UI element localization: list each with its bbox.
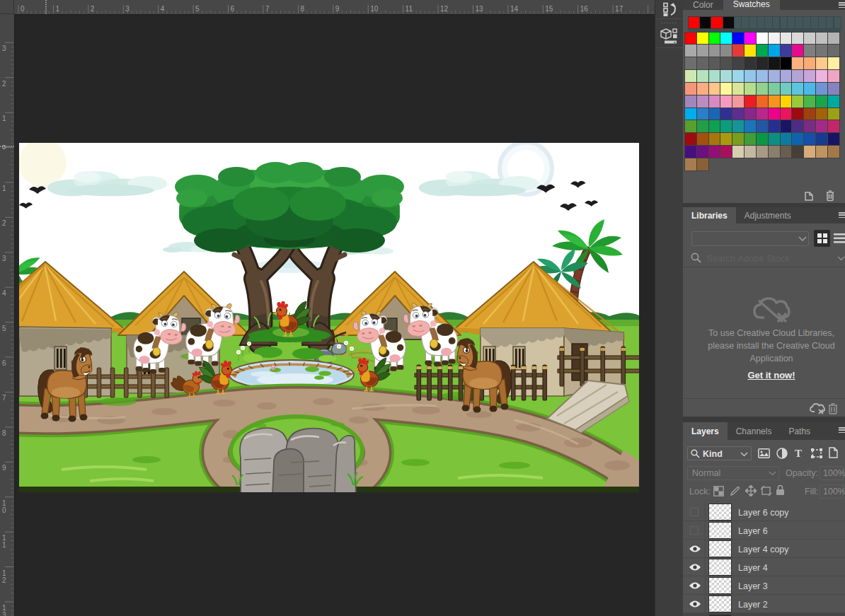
svg-text:7: 7 — [2, 394, 6, 402]
svg-text:2: 2 — [2, 219, 6, 227]
svg-text:0: 0 — [21, 5, 25, 13]
svg-text:1: 1 — [2, 185, 6, 192]
svg-text:11: 11 — [406, 5, 413, 13]
svg-text:4: 4 — [2, 289, 6, 297]
svg-text:8: 8 — [2, 429, 6, 437]
svg-text:5: 5 — [2, 325, 6, 332]
svg-text:6: 6 — [2, 359, 6, 367]
svg-text:14: 14 — [510, 5, 519, 13]
svg-text:1: 1 — [2, 541, 6, 549]
svg-text:6: 6 — [231, 5, 235, 13]
svg-text:1: 1 — [2, 115, 6, 122]
svg-text:1: 1 — [55, 5, 59, 13]
svg-text:2: 2 — [2, 576, 6, 584]
svg-text:12: 12 — [440, 5, 449, 13]
svg-text:0: 0 — [2, 144, 6, 151]
svg-text:0: 0 — [2, 506, 6, 514]
svg-text:3: 3 — [2, 45, 6, 52]
svg-text:9: 9 — [335, 5, 340, 13]
svg-text:5: 5 — [195, 5, 200, 13]
svg-text:16: 16 — [580, 5, 589, 13]
svg-text:8: 8 — [300, 5, 304, 13]
svg-text:2: 2 — [2, 80, 6, 88]
svg-text:13: 13 — [476, 5, 484, 13]
svg-text:2: 2 — [91, 5, 95, 13]
svg-text:3: 3 — [2, 611, 6, 616]
svg-text:9: 9 — [2, 464, 6, 472]
svg-text:17: 17 — [615, 5, 623, 13]
svg-text:15: 15 — [545, 5, 553, 13]
svg-text:10: 10 — [370, 5, 379, 13]
svg-text:3: 3 — [125, 5, 130, 13]
svg-text:4: 4 — [161, 5, 165, 13]
svg-text:7: 7 — [265, 5, 270, 13]
svg-text:3: 3 — [2, 255, 6, 262]
